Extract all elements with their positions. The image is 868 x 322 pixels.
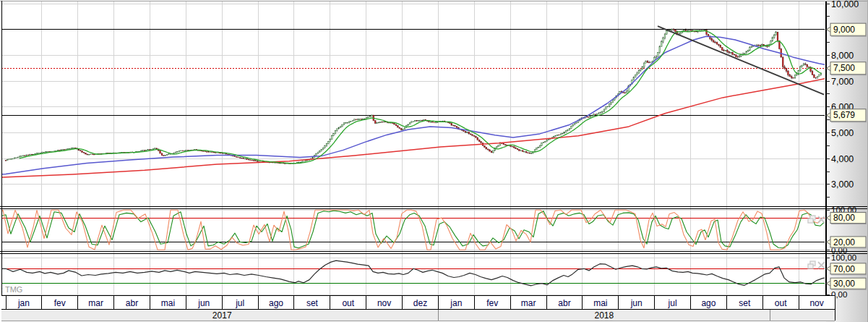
stoch-tag-80[interactable]: 80,00: [827, 213, 867, 224]
month-label: set: [739, 298, 751, 308]
month-label: jan: [450, 298, 462, 308]
month-label: jan: [17, 298, 30, 308]
price-axis-label-3000: 3,000: [831, 179, 854, 190]
price-tag-7500[interactable]: 7,500: [827, 62, 867, 75]
stoch-tag-20-label: 20,00: [833, 237, 855, 247]
price-axis-label-10000: 10,000: [831, 0, 859, 9]
month-label: set: [306, 298, 319, 308]
background-layer: [0, 0, 868, 322]
month-label: ago: [701, 298, 716, 308]
month-label: fev: [54, 298, 66, 308]
price-tag-9000[interactable]: 9,000: [827, 23, 867, 36]
price-tag-5679[interactable]: 5,679: [827, 109, 867, 122]
chart-canvas[interactable]: : TMG 10,0008,0007,0006,0005,0004,0003,0…: [0, 0, 868, 322]
chart-window: : TMG 10,0008,0007,0006,0005,0004,0003,0…: [0, 0, 868, 322]
price-axis-label-8000: 8,000: [831, 51, 854, 61]
price-axis-label-4000: 4,000: [831, 154, 854, 164]
month-label: out: [775, 298, 787, 308]
month-label: abr: [126, 298, 138, 308]
month-label: mar: [521, 298, 536, 308]
month-label: abr: [558, 298, 570, 308]
tmg-tag-70[interactable]: 70,00: [827, 263, 867, 275]
month-label: dez: [413, 298, 427, 308]
month-label: jun: [197, 298, 210, 308]
osc-axis-label: 100,00: [831, 253, 856, 262]
month-label: jul: [668, 298, 677, 308]
year-label: 2018: [594, 310, 614, 321]
month-label: mar: [88, 298, 103, 308]
month-label: ago: [269, 298, 283, 308]
tmg-tag-30-label: 30,00: [833, 279, 855, 289]
tmg-tag-30[interactable]: 30,00: [827, 278, 867, 289]
time-axis: janfevmarabrmaijunjulagosetoutnovdezjanf…: [1, 296, 835, 321]
price-tag-9000-label: 9,000: [833, 25, 855, 35]
month-label: out: [342, 298, 354, 308]
indicator-label: : TMG: [1, 285, 22, 294]
month-label: nov: [809, 298, 823, 308]
month-label: jul: [235, 298, 244, 308]
stoch-tag-80-label: 80,00: [833, 213, 855, 223]
stoch-tag-20[interactable]: 20,00: [827, 237, 867, 248]
price-axis-label-5000: 5,000: [831, 128, 854, 138]
month-label: nov: [377, 298, 391, 308]
price-axis-label-7000: 7,000: [831, 77, 854, 87]
price-tag-5679-label: 5,679: [833, 110, 855, 120]
month-label: jun: [630, 298, 643, 308]
price-tag-7500-label: 7,500: [833, 63, 855, 73]
month-label: fev: [486, 298, 498, 308]
month-label: mai: [593, 298, 607, 308]
month-label: mai: [161, 298, 175, 308]
year-label: 2017: [212, 310, 232, 321]
tmg-tag-70-label: 70,00: [833, 264, 855, 274]
